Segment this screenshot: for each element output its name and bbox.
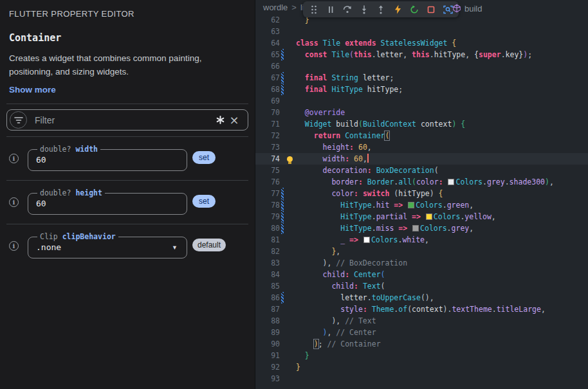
info-icon[interactable]: i	[9, 197, 19, 207]
code-line[interactable]: 71 Widget build(BuildContext context) {	[255, 118, 588, 130]
height-field[interactable]: double? height 60	[28, 188, 187, 215]
clear-filter-icon[interactable]: ×	[227, 113, 241, 127]
line-number[interactable]: 81	[255, 234, 280, 246]
line-number[interactable]: 71	[255, 118, 280, 130]
restart-icon[interactable]	[409, 4, 420, 15]
code-line[interactable]: 70 @override	[255, 107, 588, 118]
stop-icon[interactable]	[425, 4, 437, 15]
code-line[interactable]: 64class Tile extends StatelessWidget {	[255, 37, 588, 49]
info-icon[interactable]: i	[9, 154, 19, 163]
code-line[interactable]: 87 style: Theme.of(context).textTheme.ti…	[255, 303, 588, 315]
code-line[interactable]: 78 HitType.hit => Colors.green,	[255, 199, 588, 211]
width-value[interactable]: 60	[36, 155, 46, 165]
line-number[interactable]: 84	[255, 269, 280, 280]
hot-reload-icon[interactable]	[392, 4, 403, 15]
line-number[interactable]: 92	[255, 361, 280, 373]
chevron-down-icon[interactable]: ▼	[172, 244, 178, 251]
line-number[interactable]: 90	[255, 338, 280, 350]
filter-box[interactable]: ×	[6, 109, 248, 131]
line-number[interactable]: 86	[255, 292, 280, 303]
clipbehavior-dropdown[interactable]: Clip clipBehavior .none ▼	[28, 232, 187, 258]
code-line[interactable]: 90 ); // Container	[255, 338, 588, 350]
code-line[interactable]: 81 _ => Colors.white,	[255, 234, 588, 246]
code-line[interactable]: 72 return Container(	[255, 130, 588, 141]
code-line[interactable]: 74 width: 60,	[255, 153, 588, 165]
line-number[interactable]: 65	[255, 49, 280, 60]
code-line[interactable]: 82 },	[255, 246, 588, 257]
set-height-button[interactable]: set	[192, 195, 216, 208]
line-number[interactable]: 87	[255, 303, 280, 315]
pause-icon[interactable]	[325, 4, 336, 15]
line-number[interactable]: 76	[255, 176, 280, 188]
code-line[interactable]: 92}	[255, 361, 588, 373]
width-field[interactable]: double? width 60	[28, 145, 187, 171]
set-width-button[interactable]: set	[192, 151, 216, 164]
line-number[interactable]: 67	[255, 72, 280, 84]
line-number[interactable]: 85	[255, 280, 280, 292]
line-number[interactable]: 89	[255, 327, 280, 338]
color-swatch[interactable]	[408, 202, 414, 208]
asterisk-match-icon[interactable]	[213, 113, 227, 127]
code-line[interactable]: 66	[255, 60, 588, 72]
code-line[interactable]: 69	[255, 95, 588, 107]
line-number[interactable]: 77	[255, 188, 280, 199]
code-line[interactable]: 73 height: 60,	[255, 141, 588, 153]
code-line[interactable]: 79 HitType.partial => Colors.yellow,	[255, 211, 588, 222]
step-out-icon[interactable]	[375, 4, 387, 15]
code-line[interactable]: 80 HitType.miss => Colors.grey,	[255, 222, 588, 234]
step-over-icon[interactable]	[342, 4, 353, 15]
code-line[interactable]: 86 letter.toUpperCase(),	[255, 292, 588, 303]
line-number[interactable]: 78	[255, 199, 280, 211]
line-number[interactable]: 73	[255, 141, 280, 153]
line-number[interactable]: 88	[255, 315, 280, 327]
line-number[interactable]: 74	[255, 153, 280, 165]
height-value[interactable]: 60	[36, 199, 46, 208]
code-line[interactable]: 63	[255, 26, 588, 37]
code-line[interactable]: 85 child: Text(	[255, 280, 588, 292]
lightbulb-icon[interactable]	[284, 156, 296, 162]
line-number[interactable]: 63	[255, 26, 280, 37]
line-number[interactable]: 62	[255, 14, 280, 26]
line-number[interactable]: 69	[255, 95, 280, 107]
color-swatch[interactable]	[426, 213, 432, 220]
line-number[interactable]: 68	[255, 84, 280, 95]
default-clipbehavior-button[interactable]: default	[192, 239, 226, 251]
color-swatch[interactable]	[412, 225, 419, 231]
clipbehavior-value[interactable]: .none	[36, 242, 61, 252]
code-line[interactable]: 65 const Tile(this.letter, this.hitType,…	[255, 49, 588, 60]
code-line[interactable]: 89 ), // Center	[255, 327, 588, 338]
code-area[interactable]: 62 }6364class Tile extends StatelessWidg…	[255, 14, 588, 384]
code-line[interactable]: 68 final HitType hitType;	[255, 84, 588, 95]
code-line[interactable]: 77 color: switch (hitType) {	[255, 188, 588, 199]
code-line[interactable]: 91 }	[255, 350, 588, 361]
line-number[interactable]: 70	[255, 107, 280, 118]
info-icon[interactable]: i	[9, 241, 19, 251]
show-more-link[interactable]: Show more	[9, 85, 56, 95]
gutter-spacer	[281, 14, 284, 26]
line-number[interactable]: 75	[255, 165, 280, 176]
grip-icon[interactable]	[308, 4, 320, 15]
line-number[interactable]: 66	[255, 60, 280, 72]
code-line[interactable]: 93	[255, 373, 588, 384]
line-number[interactable]: 93	[255, 373, 280, 384]
breadcrumb-method[interactable]: build	[452, 0, 482, 17]
step-into-icon[interactable]	[358, 4, 370, 15]
code-line[interactable]: 84 child: Center(	[255, 269, 588, 280]
breadcrumb-project[interactable]: wordle	[263, 3, 288, 12]
filter-input[interactable]	[27, 115, 213, 125]
line-number[interactable]: 80	[255, 222, 280, 234]
color-swatch[interactable]	[363, 237, 370, 243]
code-line[interactable]: 83 ), // BoxDecoration	[255, 257, 588, 269]
color-swatch[interactable]	[448, 179, 454, 185]
line-number[interactable]: 79	[255, 211, 280, 222]
line-number[interactable]: 64	[255, 37, 280, 49]
line-number[interactable]: 91	[255, 350, 280, 361]
line-number[interactable]: 72	[255, 130, 280, 141]
code-line[interactable]: 75 decoration: BoxDecoration(	[255, 165, 588, 176]
code-line[interactable]: 67 final String letter;	[255, 72, 588, 84]
line-number[interactable]: 82	[255, 246, 280, 257]
code-line[interactable]: 88 ), // Text	[255, 315, 588, 327]
line-number[interactable]: 83	[255, 257, 280, 269]
filter-funnel-icon[interactable]	[10, 111, 27, 129]
code-line[interactable]: 76 border: Border.all(color: Colors.grey…	[255, 176, 588, 188]
